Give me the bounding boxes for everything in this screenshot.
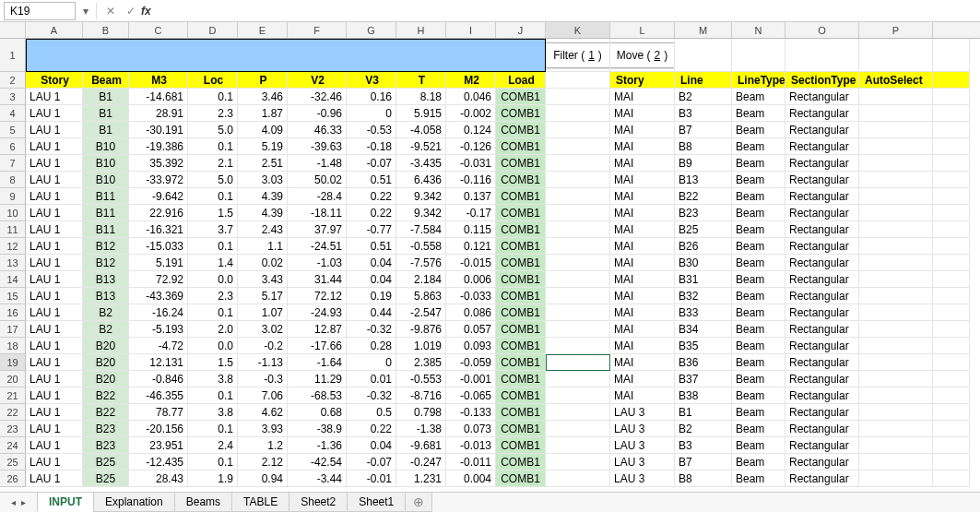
row-header[interactable]: 5 bbox=[0, 122, 26, 138]
data-cell[interactable]: Beam bbox=[732, 155, 785, 172]
data-cell[interactable]: -12.435 bbox=[129, 454, 188, 470]
data-cell[interactable]: 5.17 bbox=[238, 288, 288, 304]
data-cell[interactable]: MAI bbox=[610, 122, 675, 138]
data-cell[interactable]: LAU 1 bbox=[26, 338, 83, 354]
data-cell[interactable]: 5.0 bbox=[188, 172, 238, 188]
data-cell[interactable]: LAU 1 bbox=[26, 188, 83, 205]
column-headers[interactable]: ABCDEFGHIJKLMNOP bbox=[0, 22, 980, 39]
col-header[interactable]: F bbox=[288, 22, 347, 38]
data-cell[interactable]: Rectangular bbox=[785, 155, 859, 172]
fx-icon[interactable]: fx bbox=[141, 5, 161, 18]
data-cell[interactable]: B37 bbox=[675, 371, 732, 387]
data-cell[interactable]: 0.073 bbox=[446, 421, 496, 437]
data-cell[interactable]: 78.77 bbox=[129, 404, 188, 421]
col-header[interactable]: D bbox=[188, 22, 238, 38]
data-cell[interactable]: B10 bbox=[83, 155, 129, 172]
data-cell[interactable]: -0.065 bbox=[446, 387, 496, 404]
data-cell[interactable]: LAU 1 bbox=[26, 437, 83, 454]
data-cell[interactable]: 0.94 bbox=[238, 470, 288, 487]
column-header-cell[interactable]: M3 bbox=[129, 72, 188, 89]
data-cell[interactable]: 0.798 bbox=[396, 404, 446, 421]
data-cell[interactable]: -24.51 bbox=[288, 238, 347, 255]
data-cell[interactable] bbox=[933, 271, 970, 288]
data-cell[interactable]: COMB1 bbox=[496, 371, 546, 387]
data-cell[interactable] bbox=[933, 421, 970, 437]
row-header[interactable]: 22 bbox=[0, 404, 26, 421]
data-cell[interactable] bbox=[859, 271, 933, 288]
data-cell[interactable]: B20 bbox=[83, 371, 129, 387]
data-cell[interactable]: B1 bbox=[675, 404, 732, 421]
data-cell[interactable]: -0.013 bbox=[446, 437, 496, 454]
data-cell[interactable]: -1.03 bbox=[288, 255, 347, 271]
data-cell[interactable]: -15.033 bbox=[129, 238, 188, 255]
column-header-cell[interactable]: M2 bbox=[446, 72, 496, 89]
column-header-cell[interactable]: AutoSelect bbox=[859, 72, 933, 89]
data-cell[interactable]: LAU 1 bbox=[26, 387, 83, 404]
data-cell[interactable]: LAU 1 bbox=[26, 371, 83, 387]
data-cell[interactable]: -0.011 bbox=[446, 454, 496, 470]
data-cell[interactable]: MAI bbox=[610, 205, 675, 221]
data-cell[interactable]: B7 bbox=[675, 454, 732, 470]
data-cell[interactable]: COMB1 bbox=[496, 387, 546, 404]
data-cell[interactable]: Beam bbox=[732, 255, 785, 271]
row-header[interactable]: 18 bbox=[0, 338, 26, 354]
row-header[interactable]: 26 bbox=[0, 470, 26, 487]
data-cell[interactable]: -2.547 bbox=[396, 304, 446, 321]
data-cell[interactable]: MAI bbox=[610, 89, 675, 105]
data-cell[interactable]: B20 bbox=[83, 338, 129, 354]
data-cell[interactable]: 12.131 bbox=[129, 354, 188, 371]
data-cell[interactable]: B38 bbox=[675, 387, 732, 404]
data-cell[interactable]: -1.36 bbox=[288, 437, 347, 454]
data-cell[interactable]: 0.04 bbox=[347, 271, 396, 288]
data-cell[interactable]: Rectangular bbox=[785, 338, 859, 354]
data-cell[interactable]: LAU 1 bbox=[26, 205, 83, 221]
data-cell[interactable]: 0.121 bbox=[446, 238, 496, 255]
row-header[interactable]: 2 bbox=[0, 72, 26, 89]
data-cell[interactable] bbox=[933, 89, 970, 105]
data-cell[interactable] bbox=[859, 221, 933, 238]
data-cell[interactable]: COMB1 bbox=[496, 188, 546, 205]
data-cell[interactable]: 1.9 bbox=[188, 470, 238, 487]
data-cell[interactable]: COMB1 bbox=[496, 321, 546, 338]
data-cell[interactable]: B36 bbox=[675, 354, 732, 371]
data-cell[interactable]: Rectangular bbox=[785, 387, 859, 404]
data-cell[interactable]: 0.44 bbox=[347, 304, 396, 321]
col-header[interactable]: E bbox=[238, 22, 288, 38]
data-cell[interactable]: B3 bbox=[675, 105, 732, 122]
row-header[interactable]: 16 bbox=[0, 304, 26, 321]
column-header-cell[interactable]: Beam bbox=[83, 72, 129, 89]
data-cell[interactable]: -0.2 bbox=[238, 338, 288, 354]
data-cell[interactable]: Beam bbox=[732, 371, 785, 387]
data-cell[interactable]: B31 bbox=[675, 271, 732, 288]
data-cell[interactable]: LAU 3 bbox=[610, 470, 675, 487]
data-cell[interactable]: 0.1 bbox=[188, 454, 238, 470]
data-cell[interactable]: -46.355 bbox=[129, 387, 188, 404]
data-cell[interactable]: -0.32 bbox=[347, 387, 396, 404]
data-cell[interactable] bbox=[859, 172, 933, 188]
data-cell[interactable]: -1.13 bbox=[238, 354, 288, 371]
data-cell[interactable]: 0.1 bbox=[188, 421, 238, 437]
data-cell[interactable]: LAU 1 bbox=[26, 255, 83, 271]
data-cell[interactable]: 1.231 bbox=[396, 470, 446, 487]
data-cell[interactable]: 5.191 bbox=[129, 255, 188, 271]
data-cell[interactable]: 0.04 bbox=[347, 437, 396, 454]
data-cell[interactable]: 3.93 bbox=[238, 421, 288, 437]
data-cell[interactable] bbox=[546, 205, 610, 221]
data-cell[interactable]: -24.93 bbox=[288, 304, 347, 321]
row-header[interactable]: 15 bbox=[0, 288, 26, 304]
data-cell[interactable]: MAI bbox=[610, 221, 675, 238]
data-cell[interactable]: LAU 1 bbox=[26, 304, 83, 321]
data-cell[interactable]: COMB1 bbox=[496, 221, 546, 238]
data-cell[interactable]: 4.39 bbox=[238, 188, 288, 205]
data-cell[interactable]: B35 bbox=[675, 338, 732, 354]
data-cell[interactable]: 0.5 bbox=[347, 404, 396, 421]
data-cell[interactable]: COMB1 bbox=[496, 404, 546, 421]
data-cell[interactable]: COMB1 bbox=[496, 89, 546, 105]
data-cell[interactable]: B25 bbox=[83, 470, 129, 487]
data-cell[interactable]: LAU 3 bbox=[610, 454, 675, 470]
data-cell[interactable]: COMB1 bbox=[496, 205, 546, 221]
data-cell[interactable]: 0.0 bbox=[188, 338, 238, 354]
data-cell[interactable]: -9.681 bbox=[396, 437, 446, 454]
data-cell[interactable]: LAU 1 bbox=[26, 470, 83, 487]
data-cell[interactable]: B11 bbox=[83, 221, 129, 238]
